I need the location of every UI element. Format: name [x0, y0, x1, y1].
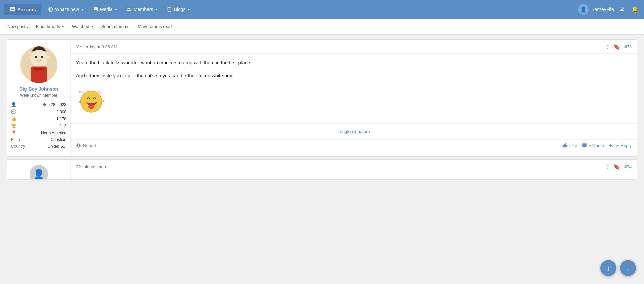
main-content: Big Boy Johnson Well-Known Member 👤 Sep … — [0, 35, 644, 184]
nav-whats-new[interactable]: What's new ▾ — [44, 4, 88, 15]
user-section[interactable]: 👤 BarneyFife — [578, 4, 614, 15]
post-card: Big Boy Johnson Well-Known Member 👤 Sep … — [7, 39, 637, 157]
like-label: Like — [569, 143, 577, 148]
message-icon: 💬 — [11, 109, 16, 114]
country-label: Country — [11, 144, 28, 149]
share-icon[interactable]: ⤴ — [607, 44, 609, 50]
avatar: 👤 — [578, 4, 589, 15]
reply-icon — [609, 143, 614, 148]
svg-point-6 — [35, 56, 37, 58]
avatar — [20, 46, 57, 83]
faith-label: Faith — [11, 137, 28, 142]
media-label: Media — [100, 7, 113, 12]
user-sidebar: Big Boy Johnson Well-Known Member 👤 Sep … — [7, 40, 71, 156]
bell-icon[interactable]: 🔔 — [630, 4, 640, 14]
nav-media[interactable]: Media ▾ — [89, 4, 121, 15]
nav-items: What's new ▾ Media ▾ Members ▾ Blogs ▾ — [44, 4, 578, 15]
bookmark-icon[interactable]: 🔖 — [613, 164, 620, 170]
trophy-row: 🏆 113 — [11, 122, 66, 129]
post-author-name[interactable]: Big Boy Johnson — [19, 86, 58, 92]
mail-icon[interactable]: ✉ — [618, 4, 626, 14]
laughing-emoji: Ha Ha Ha Ha — [76, 85, 106, 115]
sub-nav-new-posts[interactable]: New posts — [4, 21, 31, 32]
sub-navigation: New posts Find threads ▾ Watched ▾ Searc… — [0, 19, 644, 35]
chevron-down-icon: ▾ — [188, 7, 190, 12]
quote-label: + Quote — [589, 143, 604, 148]
like-icon — [562, 143, 568, 148]
messages-value: 2,808 — [56, 110, 66, 114]
post-footer: Report Like + Quote ↩ Reply — [71, 139, 637, 151]
next-post-header: 32 minutes ago ⤴ 🔖 #74 — [76, 164, 632, 170]
next-post-card: 👤 32 minutes ago ⤴ 🔖 #74 — [7, 159, 637, 180]
location-row: 📍 North America — [11, 129, 66, 136]
chevron-down-icon: ▾ — [115, 7, 117, 12]
svg-point-17 — [88, 105, 94, 109]
report-button[interactable]: Report — [76, 143, 96, 148]
members-label: Members — [133, 7, 153, 12]
next-post-content: 32 minutes ago ⤴ 🔖 #74 — [71, 160, 637, 179]
nav-blogs[interactable]: Blogs ▾ — [163, 4, 194, 15]
country-row: Country United S... — [11, 143, 66, 150]
trophy-value: 113 — [60, 124, 66, 128]
like-button[interactable]: Like — [562, 143, 577, 148]
next-post-sidebar: 👤 — [7, 160, 71, 179]
chevron-down-icon: ▾ — [155, 7, 157, 12]
svg-text:Ha: Ha — [79, 90, 84, 93]
mark-read-label: Mark forums read — [138, 24, 172, 29]
nav-members[interactable]: Members ▾ — [122, 4, 161, 15]
sub-nav-watched[interactable]: Watched ▾ — [69, 21, 97, 32]
emoji-container: Ha Ha Ha Ha — [76, 85, 632, 118]
image-icon — [93, 7, 98, 12]
signature-area: Toggle signature — [71, 123, 637, 139]
sub-nav-find-threads[interactable]: Find threads ▾ — [33, 21, 67, 32]
svg-point-9 — [43, 56, 49, 59]
next-post-number[interactable]: #74 — [624, 164, 632, 169]
toggle-signature-button[interactable]: Toggle signature — [76, 126, 632, 137]
forums-brand[interactable]: Forums — [4, 4, 41, 15]
svg-point-16 — [81, 91, 102, 112]
quote-button[interactable]: + Quote — [582, 143, 604, 148]
chevron-down-icon: ▾ — [91, 24, 93, 29]
country-value: United S... — [48, 144, 66, 149]
search-forums-label: Search forums — [101, 24, 130, 29]
top-navigation: Forums What's new ▾ Media ▾ Members ▾ Bl… — [0, 0, 644, 19]
report-label: Report — [83, 143, 96, 148]
next-post-timestamp: 32 minutes ago — [76, 164, 106, 169]
messages-row: 💬 2,808 — [11, 108, 66, 115]
trophy-icon: 🏆 — [11, 123, 16, 128]
user-avatar-image — [20, 46, 57, 83]
bookmark-icon[interactable]: 🔖 — [613, 44, 620, 50]
svg-text:Ha: Ha — [97, 90, 102, 93]
svg-point-7 — [41, 56, 43, 58]
reply-button[interactable]: ↩ Reply — [609, 143, 632, 148]
user-role: Well-Known Member — [20, 93, 57, 98]
next-post-actions: ⤴ 🔖 #74 — [607, 164, 632, 170]
sub-nav-search-forums[interactable]: Search forums — [98, 21, 133, 32]
sub-nav-mark-read[interactable]: Mark forums read — [134, 21, 175, 32]
forum-icon — [9, 6, 15, 12]
chevron-down-icon: ▾ — [82, 7, 84, 12]
join-date-value: Sep 28, 2023 — [43, 102, 66, 107]
post-content-area: Yesterday at 9:35 AM ⤴ 🔖 #73 Yeah, the b… — [71, 40, 637, 156]
blogs-label: Blogs — [174, 7, 185, 12]
post-body: Yeah, the black folks wouldn't want an c… — [71, 54, 637, 123]
star-icon — [48, 7, 53, 12]
user-stats: 👤 Sep 28, 2023 💬 2,808 👍 1,178 🏆 113 📍 — [11, 101, 66, 150]
likes-value: 1,178 — [56, 117, 66, 121]
reply-label: ↩ Reply — [615, 143, 632, 148]
post-number[interactable]: #73 — [624, 44, 632, 49]
location-value: North America — [41, 131, 66, 135]
book-icon — [167, 7, 172, 12]
post-timestamp: Yesterday at 9:35 AM — [76, 44, 117, 49]
new-posts-label: New posts — [7, 24, 28, 29]
post-header: Yesterday at 9:35 AM ⤴ 🔖 #73 — [71, 40, 637, 54]
svg-point-8 — [29, 56, 35, 59]
people-icon — [126, 7, 132, 12]
like-icon: 👍 — [11, 116, 16, 121]
share-icon[interactable]: ⤴ — [607, 164, 609, 170]
location-icon: 📍 — [11, 130, 16, 135]
next-post-avatar: 👤 — [30, 165, 48, 180]
brand-label: Forums — [17, 7, 36, 12]
nav-right: 👤 BarneyFife ✉ 🔔 — [578, 4, 640, 15]
post-line2: And if they invite you to join them it's… — [76, 72, 632, 80]
